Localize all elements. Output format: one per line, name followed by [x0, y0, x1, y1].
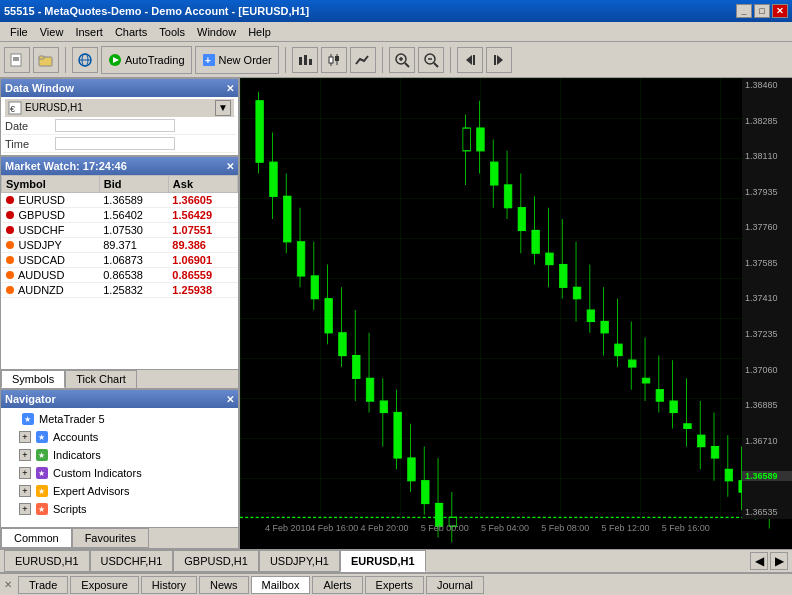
- close-icon[interactable]: ✕: [4, 579, 12, 590]
- bid-cell: 1.36589: [99, 193, 168, 208]
- list-item[interactable]: + ★ Expert Advisors: [3, 482, 236, 500]
- chart-tab-2[interactable]: GBPUSD,H1: [173, 550, 259, 572]
- price-label: 1.36589: [742, 471, 792, 481]
- data-window-close[interactable]: ✕: [226, 83, 234, 94]
- symbol-cell: USDCAD: [2, 253, 100, 268]
- list-item[interactable]: + ★ Accounts: [3, 428, 236, 446]
- time-label: 5 Feb 00:00: [421, 523, 469, 533]
- svg-rect-51: [283, 196, 291, 242]
- table-row[interactable]: USDCHF 1.07530 1.07551: [2, 223, 238, 238]
- navigator-close[interactable]: ✕: [226, 394, 234, 405]
- market-watch-close[interactable]: ✕: [226, 161, 234, 172]
- svg-rect-59: [339, 333, 347, 356]
- list-item[interactable]: + ★ Scripts: [3, 500, 236, 518]
- chart-tab-4[interactable]: EURUSD,H1: [340, 550, 426, 572]
- price-label: 1.37585: [742, 258, 792, 268]
- file-new-button[interactable]: [4, 47, 30, 73]
- menu-help[interactable]: Help: [242, 24, 277, 40]
- status-tab-exposure[interactable]: Exposure: [70, 576, 138, 594]
- tab-tick-chart[interactable]: Tick Chart: [65, 370, 137, 388]
- nav-tab-favourites[interactable]: Favourites: [72, 528, 149, 548]
- price-label: 1.37060: [742, 365, 792, 375]
- menu-window[interactable]: Window: [191, 24, 242, 40]
- status-tab-mailbox[interactable]: Mailbox: [251, 576, 311, 594]
- svg-rect-83: [504, 185, 512, 208]
- dw-date-input[interactable]: [55, 119, 175, 132]
- dw-time-input[interactable]: [55, 137, 175, 150]
- chart-tab-3[interactable]: USDJPY,H1: [259, 550, 340, 572]
- main-layout: Data Window ✕ € EURUSD,H1 ▼ Date Time: [0, 78, 792, 549]
- maximize-button[interactable]: □: [754, 4, 770, 18]
- chart-scroll-left[interactable]: ◀: [750, 552, 768, 570]
- symbol-cell: GBPUSD: [2, 208, 100, 223]
- chart-candle-button[interactable]: [321, 47, 347, 73]
- chart-bar-button[interactable]: [292, 47, 318, 73]
- tab-symbols[interactable]: Symbols: [1, 370, 65, 388]
- status-tab-trade[interactable]: Trade: [18, 576, 68, 594]
- time-label: 4 Feb 2010: [265, 523, 311, 533]
- nav-expand-icon[interactable]: +: [19, 467, 31, 479]
- open-button[interactable]: [33, 47, 59, 73]
- nav-expand-icon[interactable]: +: [19, 503, 31, 515]
- left-panel: Data Window ✕ € EURUSD,H1 ▼ Date Time: [0, 78, 240, 549]
- chart-line-button[interactable]: [350, 47, 376, 73]
- menu-tools[interactable]: Tools: [153, 24, 191, 40]
- nav-expand-icon[interactable]: +: [19, 449, 31, 461]
- price-axis: 1.384601.382851.381101.379351.377601.375…: [742, 78, 792, 519]
- svg-text:+: +: [205, 55, 211, 66]
- svg-rect-71: [421, 481, 429, 504]
- svg-text:★: ★: [38, 469, 45, 478]
- chart-area: 1.384601.382851.381101.379351.377601.375…: [240, 78, 792, 549]
- list-item[interactable]: + ★ Custom Indicators: [3, 464, 236, 482]
- menu-charts[interactable]: Charts: [109, 24, 153, 40]
- nav-expand-icon[interactable]: +: [19, 431, 31, 443]
- nav-item-icon: ★: [34, 501, 50, 517]
- svg-text:€: €: [10, 104, 15, 114]
- svg-rect-99: [615, 344, 623, 355]
- status-tab-journal[interactable]: Journal: [426, 576, 484, 594]
- nav-item-icon: ★: [20, 411, 36, 427]
- dw-dropdown[interactable]: ▼: [215, 100, 231, 116]
- minimize-button[interactable]: _: [736, 4, 752, 18]
- browser-button[interactable]: [72, 47, 98, 73]
- menu-file[interactable]: File: [4, 24, 34, 40]
- table-row[interactable]: AUDNZD 1.25832 1.25938: [2, 283, 238, 298]
- chart-scroll-right[interactable]: ▶: [770, 552, 788, 570]
- table-row[interactable]: USDCAD 1.06873 1.06901: [2, 253, 238, 268]
- table-row[interactable]: EURUSD 1.36589 1.36605: [2, 193, 238, 208]
- status-tab-news[interactable]: News: [199, 576, 249, 594]
- list-item[interactable]: + ★ Indicators: [3, 446, 236, 464]
- svg-line-26: [434, 63, 438, 67]
- title-bar: 55515 - MetaQuotes-Demo - Demo Account -…: [0, 0, 792, 22]
- table-row[interactable]: GBPUSD 1.56402 1.56429: [2, 208, 238, 223]
- nav-expand-icon[interactable]: +: [19, 485, 31, 497]
- menu-insert[interactable]: Insert: [69, 24, 109, 40]
- autotrading-button[interactable]: AutoTrading: [101, 46, 192, 74]
- chart-tab-1[interactable]: USDCHF,H1: [90, 550, 174, 572]
- zoom-out-button[interactable]: [418, 47, 444, 73]
- zoom-in-button[interactable]: [389, 47, 415, 73]
- close-button[interactable]: ✕: [772, 4, 788, 18]
- table-row[interactable]: USDJPY 89.371 89.386: [2, 238, 238, 253]
- menu-view[interactable]: View: [34, 24, 70, 40]
- svg-marker-28: [466, 55, 472, 65]
- dw-symbol-label: EURUSD,H1: [25, 102, 83, 113]
- nav-tab-common[interactable]: Common: [1, 528, 72, 548]
- scroll-left-button[interactable]: [457, 47, 483, 73]
- scroll-right-button[interactable]: [486, 47, 512, 73]
- list-item[interactable]: ★ MetaTrader 5: [3, 410, 236, 428]
- ask-cell: 1.25938: [168, 283, 237, 298]
- table-row[interactable]: AUDUSD 0.86538 0.86559: [2, 268, 238, 283]
- status-tab-history[interactable]: History: [141, 576, 197, 594]
- status-tab-alerts[interactable]: Alerts: [312, 576, 362, 594]
- new-order-button[interactable]: + New Order: [195, 46, 279, 74]
- svg-rect-89: [546, 253, 554, 264]
- time-label: 5 Feb 12:00: [601, 523, 649, 533]
- chart-tab-0[interactable]: EURUSD,H1: [4, 550, 90, 572]
- window-controls: _ □ ✕: [736, 4, 788, 18]
- svg-rect-69: [408, 458, 416, 481]
- svg-rect-15: [329, 57, 333, 63]
- status-tab-experts[interactable]: Experts: [365, 576, 424, 594]
- time-label: 5 Feb 04:00: [481, 523, 529, 533]
- svg-rect-55: [311, 276, 319, 299]
